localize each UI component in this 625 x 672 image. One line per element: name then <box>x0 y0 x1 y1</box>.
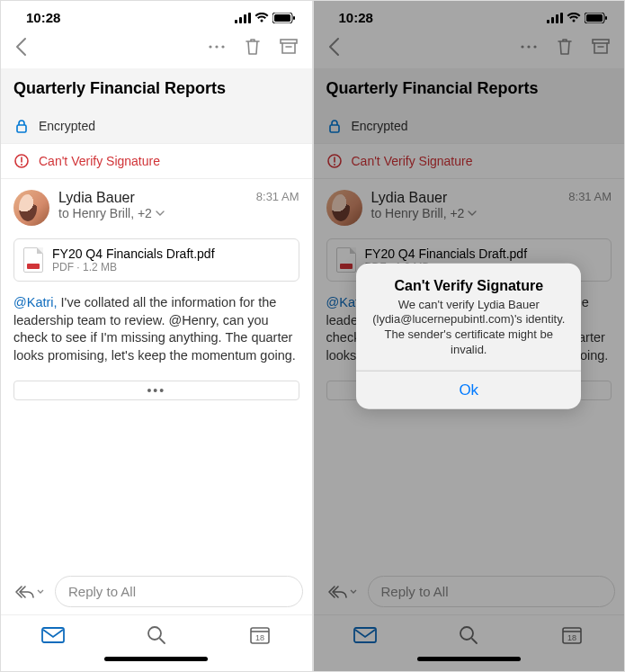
archive-icon <box>591 38 611 56</box>
signature-error-label: Can't Verify Signature <box>39 154 160 168</box>
chevron-left-icon <box>14 37 27 57</box>
svg-rect-11 <box>17 125 26 132</box>
home-indicator[interactable] <box>314 653 625 671</box>
svg-rect-21 <box>547 20 549 23</box>
attachment-name: FY20 Q4 Financials Draft.pdf <box>52 246 215 261</box>
chevron-down-icon <box>468 211 477 216</box>
svg-rect-24 <box>560 13 563 23</box>
battery-icon <box>272 13 296 23</box>
signature-error-banner[interactable]: Can't Verify Signature <box>1 144 312 179</box>
more-button[interactable] <box>514 32 543 61</box>
home-indicator[interactable] <box>1 653 312 671</box>
alert-icon <box>13 153 30 169</box>
archive-icon <box>279 38 299 56</box>
svg-rect-0 <box>235 20 237 23</box>
avatar[interactable] <box>13 190 49 226</box>
more-icon <box>208 44 226 49</box>
mention[interactable]: @Katri, <box>13 295 58 309</box>
alert-icon <box>326 153 343 169</box>
wifi-icon <box>254 13 269 23</box>
pdf-icon <box>23 247 43 273</box>
tab-mail[interactable] <box>40 624 66 646</box>
calendar-icon: 18 <box>561 625 583 645</box>
alert-ok-button[interactable]: Ok <box>356 371 581 409</box>
sender-name[interactable]: Lydia Bauer <box>371 190 478 206</box>
tab-bar: 18 <box>314 614 625 653</box>
svg-point-8 <box>215 45 218 48</box>
more-button[interactable] <box>202 32 231 61</box>
status-indicators <box>235 13 296 23</box>
reply-bar: Reply to All <box>1 569 312 614</box>
status-bar: 10:28 <box>314 1 625 29</box>
reply-all-button[interactable] <box>10 581 48 603</box>
svg-point-16 <box>148 627 161 640</box>
archive-button[interactable] <box>586 32 615 61</box>
recipients[interactable]: to Henry Brill, +2 <box>58 206 165 220</box>
attachment-name: FY20 Q4 Financials Draft.pdf <box>365 246 528 261</box>
svg-rect-2 <box>244 14 246 23</box>
svg-point-29 <box>527 45 530 48</box>
delete-button[interactable] <box>550 32 579 61</box>
chevron-down-icon <box>37 589 44 594</box>
lock-icon <box>326 118 343 134</box>
sender-name[interactable]: Lydia Bauer <box>58 190 165 206</box>
encrypted-label: Encrypted <box>39 119 95 133</box>
reply-input[interactable]: Reply to All <box>368 576 616 607</box>
tab-calendar[interactable]: 18 <box>559 624 585 646</box>
svg-point-33 <box>328 155 341 167</box>
svg-text:18: 18 <box>255 633 264 642</box>
svg-rect-26 <box>586 14 603 22</box>
back-button[interactable] <box>6 32 35 61</box>
alert-title: Can't Verify Signature <box>356 263 581 297</box>
tab-mail[interactable] <box>353 624 378 646</box>
encrypted-banner[interactable]: Encrypted <box>314 109 625 144</box>
status-time: 10:28 <box>26 10 60 25</box>
archive-button[interactable] <box>274 32 303 61</box>
message-time: 8:31 AM <box>256 190 299 203</box>
chevron-left-icon <box>327 37 340 57</box>
svg-text:18: 18 <box>567 633 576 642</box>
signature-error-banner[interactable]: Can't Verify Signature <box>314 144 625 179</box>
tab-bar: 18 <box>1 614 312 653</box>
battery-icon <box>585 13 608 23</box>
alert-dialog: Can't Verify Signature We can't verify L… <box>356 263 581 409</box>
encrypted-label: Encrypted <box>352 119 408 133</box>
svg-point-7 <box>209 45 211 48</box>
avatar[interactable] <box>326 190 362 226</box>
svg-rect-3 <box>248 13 251 23</box>
svg-point-30 <box>533 45 536 48</box>
attachment[interactable]: FY20 Q4 Financials Draft.pdf PDF · 1.2 M… <box>13 238 299 282</box>
encrypted-banner[interactable]: Encrypted <box>1 109 312 144</box>
svg-point-28 <box>521 45 523 48</box>
svg-point-14 <box>21 164 22 166</box>
svg-rect-31 <box>593 40 609 43</box>
svg-rect-1 <box>239 17 242 23</box>
status-indicators <box>547 13 608 23</box>
email-subject: Quarterly Financial Reports <box>314 68 625 109</box>
recipients[interactable]: to Henry Brill, +2 <box>371 206 478 220</box>
svg-rect-23 <box>556 14 558 23</box>
tab-search[interactable] <box>456 624 481 646</box>
svg-rect-32 <box>330 125 339 132</box>
svg-point-35 <box>334 164 335 166</box>
tab-search[interactable] <box>144 624 169 646</box>
svg-rect-25 <box>585 13 604 23</box>
reply-bar: Reply to All <box>314 569 625 614</box>
signal-icon <box>547 13 563 23</box>
expand-quoted-button[interactable]: ••• <box>13 381 299 400</box>
wifi-icon <box>567 13 581 23</box>
svg-rect-36 <box>354 628 376 642</box>
signature-error-label: Can't Verify Signature <box>352 154 473 168</box>
tab-calendar[interactable]: 18 <box>247 624 272 646</box>
reply-all-button[interactable] <box>323 581 361 603</box>
svg-rect-10 <box>281 40 297 43</box>
svg-rect-6 <box>293 16 295 20</box>
reply-all-icon <box>13 585 35 599</box>
svg-rect-39 <box>563 628 581 643</box>
delete-button[interactable] <box>238 32 267 61</box>
search-icon <box>459 625 478 645</box>
reply-input[interactable]: Reply to All <box>55 576 303 607</box>
back-button[interactable] <box>319 32 348 61</box>
message-time: 8:31 AM <box>568 190 612 203</box>
search-icon <box>147 625 166 645</box>
